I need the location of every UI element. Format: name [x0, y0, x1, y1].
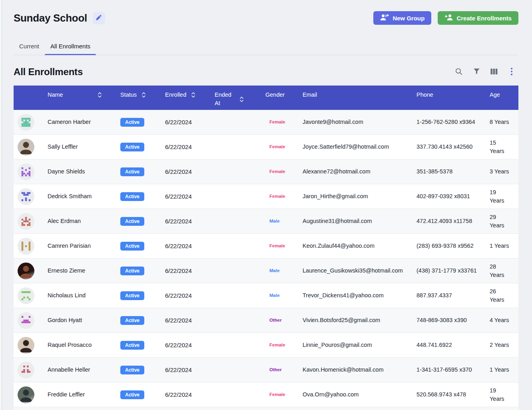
enrolled-date: 6/22/2024 [165, 242, 215, 250]
enrollments-table: Name Status Enrolled Ended At Gender Ema… [14, 86, 518, 410]
status-badge: Active [120, 267, 144, 275]
gender-label: Female [265, 118, 303, 126]
status-cell: Active [120, 118, 165, 127]
column-header-age: Age [490, 86, 518, 99]
status-badge: Active [120, 217, 144, 226]
section-header: All Enrollments [14, 65, 518, 79]
status-badge: Active [120, 390, 144, 399]
table-row[interactable]: Annabelle Heller Active 6/22/2024 Other … [14, 358, 518, 382]
tab-all-enrollments[interactable]: All Enrollments [45, 38, 96, 55]
table-row[interactable]: Dayne Shields Active 6/22/2024 Female Al… [14, 159, 518, 184]
table-row-partial [14, 407, 518, 410]
status-cell: Active [120, 143, 165, 151]
gender-label: Male [265, 267, 303, 275]
enrolled-date: 6/22/2024 [165, 143, 215, 151]
status-cell: Active [120, 291, 165, 300]
age-text: 19 Years [490, 386, 518, 403]
column-header-name[interactable]: Name [48, 86, 120, 99]
status-badge: Active [120, 291, 144, 300]
create-enrollments-label: Create Enrollments [456, 15, 512, 22]
phone-text: 1-256-762-5280 x9364 [416, 118, 490, 126]
status-badge: Active [120, 366, 144, 374]
phone-text: 337.730.4143 x42560 [416, 143, 490, 151]
create-enrollments-button[interactable]: Create Enrollments [438, 11, 518, 25]
enrollee-name: Cameron Harber [48, 118, 120, 126]
enrolled-date: 6/22/2024 [165, 267, 215, 275]
table-row[interactable]: Gordon Hyatt Active 6/22/2024 Other Vivi… [14, 308, 518, 333]
table-row[interactable]: Camren Parisian Active 6/22/2024 Female … [14, 234, 518, 259]
pencil-icon [96, 14, 102, 22]
email-text: Kavon.Homenick@hotmail.com [303, 366, 416, 374]
more-options-button[interactable] [505, 65, 518, 79]
gender-label: Female [265, 390, 303, 399]
email-text: Joyce.Satterfield79@hotmail.com [303, 143, 416, 151]
avatar-cell [14, 139, 48, 155]
column-header-phone: Phone [416, 86, 490, 99]
status-cell: Active [120, 316, 165, 325]
avatar [18, 114, 34, 131]
avatar-cell [14, 386, 48, 403]
column-label: Status [120, 91, 137, 99]
table-toolbar [452, 65, 518, 79]
group-page: Sunday School New Group [0, 11, 532, 410]
table-row[interactable]: Sally Leffler Active 6/22/2024 Female Jo… [14, 135, 518, 159]
status-cell: Active [120, 341, 165, 350]
table-row[interactable]: Freddie Leffler Active 6/22/2024 Female … [14, 382, 518, 407]
edit-group-name-button[interactable] [93, 12, 105, 24]
avatar-cell [14, 312, 48, 329]
app-left-edge [0, 0, 2, 410]
enrollee-name: Nicholaus Lind [48, 291, 120, 300]
table-row[interactable]: Nicholaus Lind Active 6/22/2024 Male Tre… [14, 283, 518, 308]
column-header-avatar [14, 86, 48, 91]
column-label: Age [490, 91, 500, 99]
column-header-enrolled[interactable]: Enrolled [165, 86, 215, 99]
gender-label: Female [265, 192, 303, 201]
email-text: Trevor_Dickens41@yahoo.com [303, 291, 416, 300]
gender-label: Female [265, 242, 303, 250]
avatar-cell [14, 337, 48, 354]
avatar-cell [14, 163, 48, 180]
enrollee-name: Raquel Prosacco [48, 341, 120, 349]
phone-text: 520.568.9743 x478 [416, 390, 490, 399]
email-text: Javonte9@hotmail.com [303, 118, 416, 126]
age-text: 29 Years [490, 213, 518, 230]
table-row[interactable]: Raquel Prosacco Active 6/22/2024 Female … [14, 333, 518, 358]
tab-current[interactable]: Current [14, 38, 45, 55]
new-group-button[interactable]: New Group [373, 11, 431, 25]
avatar [18, 337, 34, 354]
email-text: Laurence_Gusikowski35@hotmail.com [303, 267, 416, 275]
status-badge: Active [120, 192, 144, 201]
avatar [18, 139, 34, 155]
table-row[interactable]: Dedrick Smitham Active 6/22/2024 Female … [14, 184, 518, 209]
enrollee-name: Annabelle Heller [48, 366, 120, 374]
search-icon [455, 68, 463, 77]
enrolled-date: 6/22/2024 [165, 192, 215, 201]
filter-button[interactable] [470, 65, 483, 79]
enrollee-name: Sally Leffler [48, 143, 120, 151]
table-row[interactable]: Alec Erdman Active 6/22/2024 Male August… [14, 209, 518, 234]
avatar-cell [14, 287, 48, 304]
table-body: Cameron Harber Active 6/22/2024 Female J… [14, 110, 518, 407]
column-header-ended-at[interactable]: Ended At [215, 86, 265, 107]
column-header-status[interactable]: Status [120, 86, 165, 99]
table-row[interactable]: Cameron Harber Active 6/22/2024 Female J… [14, 110, 518, 135]
avatar-cell [14, 238, 48, 255]
email-text: Ova.Orn@yahoo.com [303, 390, 416, 399]
avatar [18, 362, 34, 378]
enrolled-date: 6/22/2024 [165, 167, 215, 176]
avatar [18, 386, 34, 403]
status-badge: Active [120, 316, 144, 325]
gender-label: Female [265, 341, 303, 349]
enrolled-date: 6/22/2024 [165, 366, 215, 374]
status-cell: Active [120, 242, 165, 251]
new-group-label: New Group [393, 15, 424, 22]
status-cell: Active [120, 217, 165, 226]
search-button[interactable] [452, 65, 466, 79]
columns-button[interactable] [487, 65, 501, 79]
gender-label: Male [265, 291, 303, 300]
filter-icon [473, 68, 480, 76]
sort-icon [98, 92, 102, 98]
phone-text: (438) 371-1779 x33761 [416, 267, 490, 275]
table-row[interactable]: Ernesto Zieme Active 6/22/2024 Male Laur… [14, 259, 518, 283]
status-cell: Active [120, 167, 165, 176]
